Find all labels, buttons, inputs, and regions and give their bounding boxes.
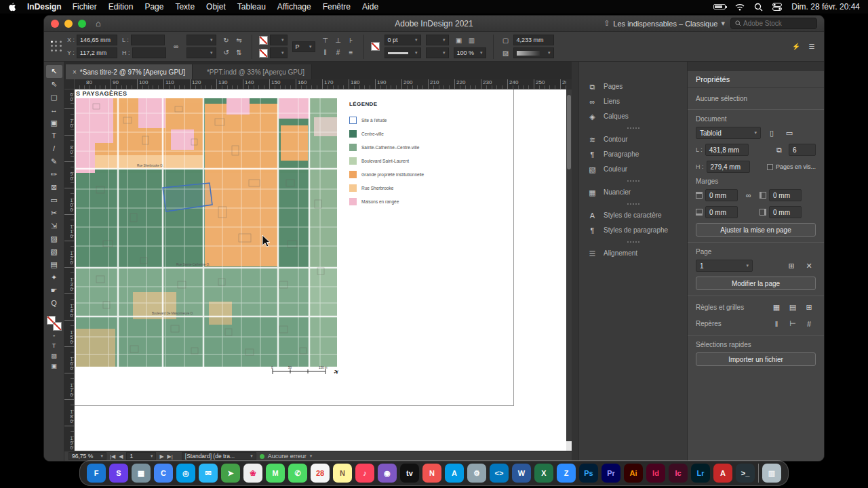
dock-acrobat[interactable]: A xyxy=(713,464,732,483)
stock-search[interactable] xyxy=(730,18,817,29)
panel-divider[interactable] xyxy=(572,62,578,461)
align-left-icon[interactable]: ⊦ xyxy=(346,35,357,45)
rotate-cw-icon[interactable]: ↻ xyxy=(221,35,232,45)
menu-item[interactable]: Page xyxy=(144,2,163,12)
dock-settings[interactable]: ⚙ xyxy=(467,464,486,483)
panel-pages[interactable]: ⧉ Pages xyxy=(579,79,687,94)
dock-appstore[interactable]: A xyxy=(445,464,464,483)
dock-illustrator[interactable]: Ai xyxy=(624,464,643,483)
chevron-down-icon[interactable]: ▾ xyxy=(310,453,313,459)
preflight-profile-field[interactable]: [Standard] (de tra...▾ xyxy=(182,452,256,460)
fill-color-swatch[interactable] xyxy=(259,36,268,45)
title-bar[interactable]: ⌂ Adobe InDesign 2021 ⇧ Les indispensabl… xyxy=(44,16,824,32)
home-icon[interactable]: ⌂ xyxy=(96,18,101,28)
vertical-scrollbar[interactable] xyxy=(566,89,572,451)
dock-finder[interactable]: F xyxy=(87,464,106,483)
dock-indesign[interactable]: Id xyxy=(646,464,665,483)
scissors-tool[interactable]: ✂ xyxy=(46,207,62,220)
preflight-status-text[interactable]: Aucune erreur xyxy=(268,453,307,460)
menu-item[interactable]: Fichier xyxy=(73,2,97,12)
scrollbar-thumb[interactable] xyxy=(567,95,571,169)
panel-calques[interactable]: ◈ Calques xyxy=(579,109,687,124)
panel-alignement[interactable]: ☰ Alignement xyxy=(579,246,687,261)
frame-grid-button[interactable]: ▦ xyxy=(770,302,783,313)
rectangle-tool[interactable]: ▭ xyxy=(46,194,62,207)
opacity-field[interactable]: 100 %▾ xyxy=(454,47,486,58)
panel-styles-caractere[interactable]: A Styles de caractère xyxy=(579,208,687,223)
control-center-icon[interactable] xyxy=(772,3,782,11)
panel-contour[interactable]: ≋ Contour xyxy=(579,132,687,147)
panel-item[interactable] xyxy=(579,200,687,208)
dock-podcasts[interactable]: ◉ xyxy=(378,464,397,483)
margin-left-field[interactable]: 0 mm xyxy=(769,189,802,201)
selection-tool[interactable]: ↖ xyxy=(46,65,62,78)
dock-excel[interactable]: X xyxy=(534,464,553,483)
dock-tv[interactable]: tv xyxy=(400,464,419,483)
stroke-color-dropdown[interactable]: ▾ xyxy=(270,47,288,58)
apple-menu-icon[interactable] xyxy=(8,2,16,12)
panel-item[interactable] xyxy=(579,238,687,246)
menu-bar-clock[interactable]: Dim. 28 févr. 20:44 xyxy=(791,2,860,12)
direct-selection-tool[interactable]: ⇖ xyxy=(46,78,62,91)
ruler-origin-corner[interactable] xyxy=(64,79,75,89)
dock-news[interactable]: N xyxy=(422,464,441,483)
smart-guides-button[interactable]: ‖ xyxy=(770,318,783,329)
dock-music[interactable]: ♪ xyxy=(355,464,374,483)
dock-premiere[interactable]: Pr xyxy=(601,464,620,483)
pencil-tool[interactable]: ✏ xyxy=(46,168,62,181)
page-size-dropdown[interactable]: Tabloid▾ xyxy=(696,127,761,139)
arrowhead-end-dropdown[interactable]: ▾ xyxy=(426,47,449,58)
height-field[interactable] xyxy=(132,47,166,58)
flip-vertical-icon[interactable]: ⇅ xyxy=(234,47,245,58)
frame-tool[interactable]: ⊠ xyxy=(46,181,62,194)
gap-tool[interactable]: ↔ xyxy=(46,104,62,117)
panel-liens[interactable]: ∞ Liens xyxy=(579,94,687,109)
dock-mail[interactable]: ✉ xyxy=(199,464,218,483)
spotlight-search-icon[interactable] xyxy=(754,3,763,12)
gradient-icon[interactable]: ▨ xyxy=(500,48,511,58)
apply-text-button[interactable]: T xyxy=(46,341,62,351)
menu-item[interactable]: Tableau xyxy=(237,2,266,12)
margin-right-field[interactable]: 0 mm xyxy=(769,206,802,218)
adjust-layout-button[interactable]: Ajuster la mise en page xyxy=(696,223,816,237)
zoom-window-button[interactable] xyxy=(78,20,86,28)
battery-icon[interactable] xyxy=(713,4,726,9)
y-position-field[interactable]: 117,2 mm xyxy=(77,47,117,58)
gradient-tool[interactable]: ▨ xyxy=(46,232,62,245)
panel-nuancier[interactable]: ▦ Nuancier xyxy=(579,185,687,200)
doc-height-field[interactable]: 279,4 mm xyxy=(707,161,750,173)
close-tab-icon[interactable]: × xyxy=(73,68,77,76)
dock-siri[interactable]: S xyxy=(109,464,128,483)
line-tool[interactable]: / xyxy=(46,142,62,155)
arrowhead-start-dropdown[interactable]: ▾ xyxy=(426,35,449,45)
document-viewport[interactable]: S PAYSAGÈRES xyxy=(75,89,566,451)
page-number-field[interactable]: 1▾ xyxy=(126,452,156,460)
reference-point-selector[interactable] xyxy=(51,41,62,52)
dock-icon[interactable] xyxy=(758,464,759,483)
dock-safari[interactable]: ◎ xyxy=(176,464,195,483)
scale-y-field[interactable]: ▾ xyxy=(186,47,216,58)
panel-item[interactable] xyxy=(579,177,687,185)
corner-radius-field[interactable]: 4,233 mm xyxy=(513,35,554,45)
content-collector-tool[interactable]: ▣ xyxy=(46,117,62,129)
stroke-weight-field[interactable]: 0 pt▾ xyxy=(384,35,421,45)
landscape-orientation-button[interactable]: ▭ xyxy=(783,127,796,139)
pen-tool[interactable]: ✎ xyxy=(46,155,62,168)
margin-bottom-field[interactable]: 0 mm xyxy=(705,206,738,218)
width-field[interactable] xyxy=(131,35,165,45)
panel-paragraphe[interactable]: ¶ Paragraphe xyxy=(579,147,687,162)
dock-terminal[interactable]: >_ xyxy=(736,464,755,483)
corner-options-icon[interactable]: ▢ xyxy=(500,35,511,45)
stroke-type-dropdown[interactable]: ▾ xyxy=(384,47,421,58)
rotate-ccw-icon[interactable]: ↺ xyxy=(221,47,232,58)
apply-gradient-button[interactable]: ▨ xyxy=(46,351,62,361)
baseline-grid-button[interactable]: ▤ xyxy=(786,302,800,313)
panel-styles-paragraphe[interactable]: ¶ Styles de paragraphe xyxy=(579,223,687,238)
dock-vscode[interactable]: <> xyxy=(490,464,509,483)
snap-guides-button[interactable]: # xyxy=(802,318,816,329)
wifi-icon[interactable] xyxy=(735,3,745,11)
document-grid-button[interactable]: ⊞ xyxy=(802,302,816,313)
dock-incopy[interactable]: Ic xyxy=(669,464,688,483)
lock-guides-button[interactable]: ⊢ xyxy=(786,318,800,329)
align-bottom-icon[interactable]: ⊥ xyxy=(333,35,344,45)
